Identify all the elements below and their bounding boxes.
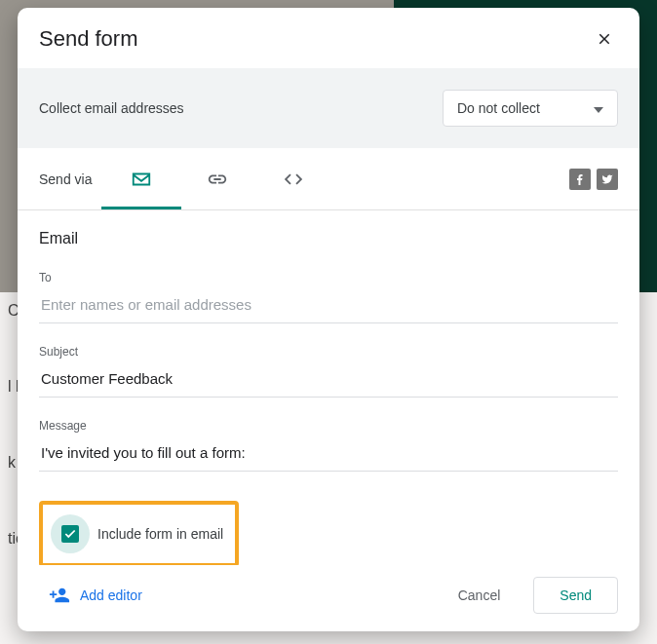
facebook-share-button[interactable] (569, 169, 591, 190)
include-form-highlight: Include form in email (39, 501, 239, 565)
cancel-button[interactable]: Cancel (437, 578, 522, 613)
chevron-down-icon (594, 100, 603, 116)
dialog-title: Send form (39, 26, 138, 52)
include-form-label: Include form in email (97, 526, 223, 542)
email-section-title: Email (39, 230, 618, 247)
subject-label: Subject (39, 345, 618, 359)
twitter-share-button[interactable] (597, 169, 618, 190)
tab-email[interactable] (131, 148, 152, 209)
dropdown-value: Do not collect (457, 100, 540, 116)
send-button[interactable]: Send (533, 577, 618, 614)
check-icon (63, 527, 77, 541)
send-via-tabs (131, 148, 304, 209)
link-icon (207, 169, 228, 190)
send-via-row: Send via (18, 148, 639, 210)
close-icon (596, 30, 613, 48)
add-editor-button[interactable]: Add editor (39, 577, 152, 614)
social-share (569, 169, 618, 190)
embed-icon (283, 169, 304, 190)
include-form-checkbox[interactable] (61, 525, 79, 543)
email-icon (131, 169, 152, 190)
person-add-icon (49, 585, 70, 606)
to-label: To (39, 271, 618, 284)
message-label: Message (39, 419, 618, 433)
send-via-label: Send via (39, 171, 92, 187)
email-section: Email To Subject Message Include form in… (18, 210, 639, 565)
facebook-icon (574, 172, 586, 186)
dialog-header: Send form (18, 8, 639, 68)
message-input[interactable] (39, 438, 618, 472)
tab-embed[interactable] (283, 148, 304, 209)
include-form-checkbox-wrap (55, 518, 86, 549)
send-form-dialog: Send form Collect email addresses Do not… (18, 8, 639, 631)
collect-email-dropdown[interactable]: Do not collect (443, 90, 618, 127)
tab-link[interactable] (207, 148, 228, 209)
twitter-icon (600, 173, 614, 185)
collect-email-row: Collect email addresses Do not collect (18, 68, 639, 148)
close-button[interactable] (591, 25, 618, 53)
add-editor-label: Add editor (80, 587, 142, 603)
collect-email-label: Collect email addresses (39, 100, 184, 116)
subject-input[interactable] (39, 364, 618, 398)
to-input[interactable] (39, 290, 618, 323)
dialog-footer: Add editor Cancel Send (18, 565, 639, 631)
